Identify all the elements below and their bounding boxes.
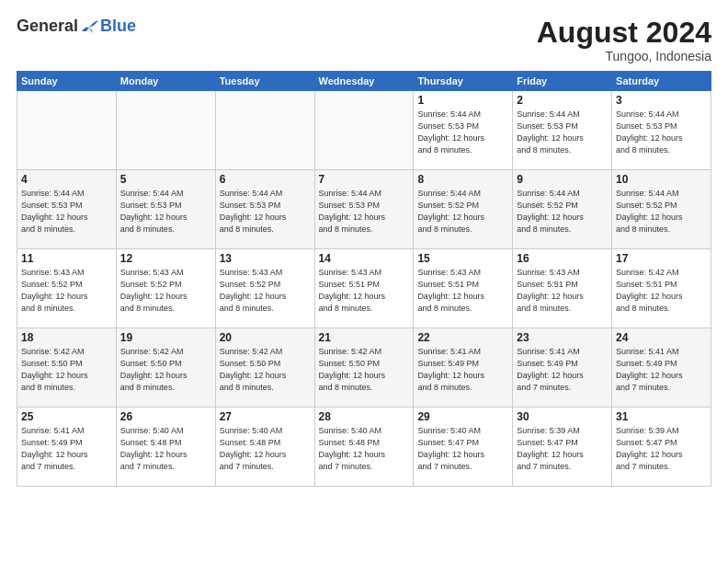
weekday-header-friday: Friday bbox=[513, 72, 612, 91]
day-number: 24 bbox=[616, 331, 707, 344]
day-number: 12 bbox=[120, 252, 211, 265]
calendar-day-cell: 18Sunrise: 5:42 AM Sunset: 5:50 PM Dayli… bbox=[17, 328, 117, 408]
day-info: Sunrise: 5:44 AM Sunset: 5:53 PM Dayligh… bbox=[616, 109, 707, 156]
month-title: August 2024 bbox=[537, 17, 711, 49]
day-info: Sunrise: 5:44 AM Sunset: 5:52 PM Dayligh… bbox=[616, 188, 707, 236]
calendar-day-cell bbox=[116, 91, 215, 170]
day-info: Sunrise: 5:41 AM Sunset: 5:49 PM Dayligh… bbox=[21, 425, 112, 473]
day-number: 15 bbox=[417, 252, 508, 265]
day-info: Sunrise: 5:41 AM Sunset: 5:49 PM Dayligh… bbox=[517, 346, 608, 394]
calendar-day-cell: 19Sunrise: 5:42 AM Sunset: 5:50 PM Dayli… bbox=[116, 328, 215, 408]
logo-bird-icon bbox=[80, 18, 100, 35]
day-number: 9 bbox=[517, 173, 608, 186]
day-number: 3 bbox=[616, 94, 707, 107]
day-number: 1 bbox=[417, 94, 508, 107]
day-number: 26 bbox=[120, 410, 211, 423]
day-number: 6 bbox=[220, 173, 311, 186]
calendar-day-cell: 4Sunrise: 5:44 AM Sunset: 5:53 PM Daylig… bbox=[17, 170, 117, 249]
day-info: Sunrise: 5:40 AM Sunset: 5:47 PM Dayligh… bbox=[417, 425, 508, 473]
calendar-day-cell: 13Sunrise: 5:43 AM Sunset: 5:52 PM Dayli… bbox=[215, 249, 314, 328]
day-number: 29 bbox=[417, 410, 508, 423]
day-info: Sunrise: 5:40 AM Sunset: 5:48 PM Dayligh… bbox=[220, 425, 311, 473]
day-number: 23 bbox=[517, 331, 608, 344]
day-number: 21 bbox=[319, 331, 410, 344]
day-number: 4 bbox=[21, 173, 112, 186]
day-info: Sunrise: 5:42 AM Sunset: 5:50 PM Dayligh… bbox=[21, 346, 112, 394]
calendar-day-cell bbox=[314, 91, 414, 170]
calendar-day-cell bbox=[215, 91, 314, 170]
day-info: Sunrise: 5:44 AM Sunset: 5:52 PM Dayligh… bbox=[517, 188, 608, 236]
day-number: 19 bbox=[120, 331, 211, 344]
day-info: Sunrise: 5:41 AM Sunset: 5:49 PM Dayligh… bbox=[616, 346, 707, 394]
calendar-day-cell: 11Sunrise: 5:43 AM Sunset: 5:52 PM Dayli… bbox=[17, 249, 117, 328]
day-info: Sunrise: 5:43 AM Sunset: 5:52 PM Dayligh… bbox=[120, 267, 211, 315]
day-info: Sunrise: 5:42 AM Sunset: 5:50 PM Dayligh… bbox=[120, 346, 211, 394]
day-number: 13 bbox=[220, 252, 311, 265]
calendar-day-cell: 29Sunrise: 5:40 AM Sunset: 5:47 PM Dayli… bbox=[414, 408, 513, 487]
day-number: 30 bbox=[517, 410, 608, 423]
weekday-header-monday: Monday bbox=[116, 72, 215, 91]
day-number: 18 bbox=[21, 331, 112, 344]
calendar-day-cell: 2Sunrise: 5:44 AM Sunset: 5:53 PM Daylig… bbox=[513, 91, 612, 170]
calendar-day-cell: 15Sunrise: 5:43 AM Sunset: 5:51 PM Dayli… bbox=[414, 249, 513, 328]
calendar-day-cell: 28Sunrise: 5:40 AM Sunset: 5:48 PM Dayli… bbox=[314, 408, 414, 487]
day-number: 16 bbox=[517, 252, 608, 265]
day-number: 20 bbox=[220, 331, 311, 344]
day-info: Sunrise: 5:39 AM Sunset: 5:47 PM Dayligh… bbox=[517, 425, 608, 473]
day-info: Sunrise: 5:39 AM Sunset: 5:47 PM Dayligh… bbox=[616, 425, 707, 473]
day-info: Sunrise: 5:42 AM Sunset: 5:50 PM Dayligh… bbox=[220, 346, 311, 394]
calendar-day-cell: 30Sunrise: 5:39 AM Sunset: 5:47 PM Dayli… bbox=[513, 408, 612, 487]
calendar-day-cell: 20Sunrise: 5:42 AM Sunset: 5:50 PM Dayli… bbox=[215, 328, 314, 408]
location-subtitle: Tungoo, Indonesia bbox=[537, 49, 711, 63]
day-number: 27 bbox=[220, 410, 311, 423]
day-number: 5 bbox=[120, 173, 211, 186]
day-number: 31 bbox=[616, 410, 707, 423]
calendar-day-cell: 3Sunrise: 5:44 AM Sunset: 5:53 PM Daylig… bbox=[612, 91, 711, 170]
day-number: 14 bbox=[319, 252, 410, 265]
calendar-day-cell: 17Sunrise: 5:42 AM Sunset: 5:51 PM Dayli… bbox=[612, 249, 711, 328]
day-number: 17 bbox=[616, 252, 707, 265]
day-info: Sunrise: 5:43 AM Sunset: 5:52 PM Dayligh… bbox=[220, 267, 311, 315]
calendar-week-row: 4Sunrise: 5:44 AM Sunset: 5:53 PM Daylig… bbox=[17, 170, 711, 249]
day-number: 22 bbox=[417, 331, 508, 344]
calendar-day-cell: 25Sunrise: 5:41 AM Sunset: 5:49 PM Dayli… bbox=[17, 408, 117, 487]
weekday-header-saturday: Saturday bbox=[612, 72, 711, 91]
calendar-week-row: 25Sunrise: 5:41 AM Sunset: 5:49 PM Dayli… bbox=[17, 408, 711, 487]
weekday-header-wednesday: Wednesday bbox=[314, 72, 414, 91]
day-number: 11 bbox=[21, 252, 112, 265]
weekday-header-row: SundayMondayTuesdayWednesdayThursdayFrid… bbox=[17, 72, 711, 91]
day-info: Sunrise: 5:44 AM Sunset: 5:52 PM Dayligh… bbox=[417, 188, 508, 236]
day-info: Sunrise: 5:43 AM Sunset: 5:52 PM Dayligh… bbox=[21, 267, 112, 315]
weekday-header-tuesday: Tuesday bbox=[215, 72, 314, 91]
calendar-day-cell: 26Sunrise: 5:40 AM Sunset: 5:48 PM Dayli… bbox=[116, 408, 215, 487]
day-info: Sunrise: 5:42 AM Sunset: 5:51 PM Dayligh… bbox=[616, 267, 707, 315]
calendar-week-row: 18Sunrise: 5:42 AM Sunset: 5:50 PM Dayli… bbox=[17, 328, 711, 408]
day-info: Sunrise: 5:44 AM Sunset: 5:53 PM Dayligh… bbox=[417, 109, 508, 156]
calendar-day-cell bbox=[17, 91, 117, 170]
day-info: Sunrise: 5:44 AM Sunset: 5:53 PM Dayligh… bbox=[120, 188, 211, 236]
weekday-header-sunday: Sunday bbox=[17, 72, 117, 91]
calendar-day-cell: 5Sunrise: 5:44 AM Sunset: 5:53 PM Daylig… bbox=[116, 170, 215, 249]
day-number: 8 bbox=[417, 173, 508, 186]
day-number: 2 bbox=[517, 94, 608, 107]
calendar-day-cell: 31Sunrise: 5:39 AM Sunset: 5:47 PM Dayli… bbox=[612, 408, 711, 487]
calendar-day-cell: 22Sunrise: 5:41 AM Sunset: 5:49 PM Dayli… bbox=[414, 328, 513, 408]
calendar-day-cell: 7Sunrise: 5:44 AM Sunset: 5:53 PM Daylig… bbox=[314, 170, 414, 249]
weekday-header-thursday: Thursday bbox=[414, 72, 513, 91]
calendar-day-cell: 24Sunrise: 5:41 AM Sunset: 5:49 PM Dayli… bbox=[612, 328, 711, 408]
day-info: Sunrise: 5:40 AM Sunset: 5:48 PM Dayligh… bbox=[319, 425, 410, 473]
day-info: Sunrise: 5:44 AM Sunset: 5:53 PM Dayligh… bbox=[21, 188, 112, 236]
calendar-day-cell: 16Sunrise: 5:43 AM Sunset: 5:51 PM Dayli… bbox=[513, 249, 612, 328]
calendar-day-cell: 14Sunrise: 5:43 AM Sunset: 5:51 PM Dayli… bbox=[314, 249, 414, 328]
calendar-day-cell: 9Sunrise: 5:44 AM Sunset: 5:52 PM Daylig… bbox=[513, 170, 612, 249]
day-info: Sunrise: 5:44 AM Sunset: 5:53 PM Dayligh… bbox=[220, 188, 311, 236]
logo: General Blue bbox=[17, 17, 136, 36]
day-info: Sunrise: 5:43 AM Sunset: 5:51 PM Dayligh… bbox=[417, 267, 508, 315]
calendar-week-row: 11Sunrise: 5:43 AM Sunset: 5:52 PM Dayli… bbox=[17, 249, 711, 328]
day-number: 10 bbox=[616, 173, 707, 186]
calendar-day-cell: 8Sunrise: 5:44 AM Sunset: 5:52 PM Daylig… bbox=[414, 170, 513, 249]
title-block: August 2024 Tungoo, Indonesia bbox=[537, 17, 711, 63]
calendar-day-cell: 27Sunrise: 5:40 AM Sunset: 5:48 PM Dayli… bbox=[215, 408, 314, 487]
day-info: Sunrise: 5:40 AM Sunset: 5:48 PM Dayligh… bbox=[120, 425, 211, 473]
page: General Blue August 2024 Tungoo, Indones… bbox=[0, 0, 728, 563]
